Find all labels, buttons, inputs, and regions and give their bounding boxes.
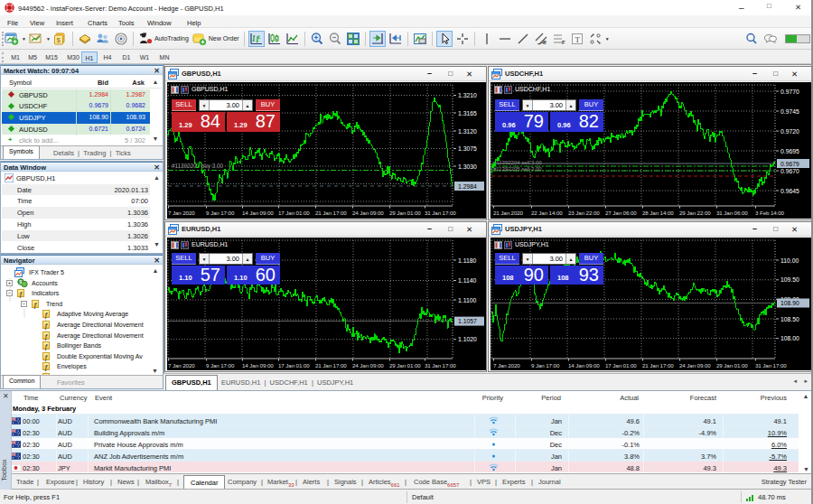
svg-text:1.3075: 1.3075 — [458, 145, 477, 152]
svg-text:108.50: 108.50 — [780, 316, 799, 322]
svg-text:108.00: 108.00 — [780, 335, 799, 341]
svg-text:1.3210: 1.3210 — [458, 92, 477, 98]
svg-text:22 Jan 14:00: 22 Jan 14:00 — [531, 210, 563, 216]
svg-text:E: E — [543, 40, 547, 45]
svg-text:1.3030: 1.3030 — [458, 163, 477, 170]
svg-text:14 Jan 09:00: 14 Jan 09:00 — [242, 210, 274, 216]
svg-text:17 Jan 01:00: 17 Jan 01:00 — [278, 210, 310, 216]
svg-text:$: $ — [19, 279, 22, 285]
svg-text:0.9695: 0.9695 — [780, 148, 799, 154]
svg-text:21 Jan 17:00: 21 Jan 17:00 — [315, 210, 347, 216]
svg-text:14 Jan 09:00: 14 Jan 09:00 — [242, 362, 274, 369]
svg-text:0.9679: 0.9679 — [780, 161, 799, 167]
svg-text:#11392204 sell 3.00: #11392204 sell 3.00 — [493, 160, 542, 165]
svg-text:109.50: 109.50 — [780, 276, 799, 283]
svg-text:24 Jan 09:00: 24 Jan 09:00 — [352, 362, 384, 369]
svg-text:0.9770: 0.9770 — [780, 89, 799, 95]
svg-text:31 Jan 17:00: 31 Jan 17:00 — [755, 362, 787, 369]
svg-text:0.9720: 0.9720 — [780, 128, 799, 135]
svg-text:3 Feb 14:00: 3 Feb 14:00 — [755, 210, 785, 216]
svg-text:1.1140: 1.1140 — [458, 277, 477, 284]
svg-text:0.9645: 0.9645 — [780, 188, 799, 194]
svg-text:F: F — [562, 40, 565, 45]
svg-text:21 Jan 2020: 21 Jan 2020 — [493, 210, 524, 216]
svg-text:1.3120: 1.3120 — [458, 128, 477, 135]
svg-text:29 Jan 22:00: 29 Jan 22:00 — [679, 210, 711, 216]
svg-text:#11392203 buy 3.00: #11392203 buy 3.00 — [172, 163, 223, 170]
svg-text:21 Jan 17:00: 21 Jan 17:00 — [642, 362, 674, 369]
svg-text:7 Jan 2020: 7 Jan 2020 — [493, 362, 520, 369]
svg-text:1.1180: 1.1180 — [458, 257, 477, 264]
svg-text:0.9670: 0.9670 — [780, 168, 799, 174]
svg-text:29 Jan 01:00: 29 Jan 01:00 — [389, 210, 421, 216]
svg-text:14 Jan 09:00: 14 Jan 09:00 — [568, 362, 600, 369]
svg-text:0.9745: 0.9745 — [780, 108, 799, 115]
svg-text:27 Jan 06:00: 27 Jan 06:00 — [605, 210, 637, 216]
svg-text:31 Jan 17:00: 31 Jan 17:00 — [425, 362, 456, 369]
svg-text:1: 1 — [257, 34, 261, 40]
svg-text:110.00: 110.00 — [780, 257, 799, 264]
svg-text:$: $ — [56, 36, 61, 44]
svg-text:23 Jan 22:00: 23 Jan 22:00 — [568, 210, 600, 216]
svg-text:29 Jan 01:00: 29 Jan 01:00 — [389, 362, 421, 369]
svg-text:1.1057: 1.1057 — [458, 318, 477, 324]
svg-text:24 Jan 09:00: 24 Jan 09:00 — [352, 210, 384, 216]
svg-text:#11392205 sell 3.00: #11392205 sell 3.00 — [493, 166, 542, 172]
svg-text:31 Jan 17:00: 31 Jan 17:00 — [425, 210, 456, 216]
svg-text:7 Jan 2020: 7 Jan 2020 — [168, 210, 195, 216]
svg-text:1.3165: 1.3165 — [458, 110, 477, 117]
svg-text:28 Jan 14:00: 28 Jan 14:00 — [642, 210, 674, 216]
svg-text:21 Jan 17:00: 21 Jan 17:00 — [315, 362, 347, 369]
svg-text:7 Jan 2020: 7 Jan 2020 — [168, 362, 195, 369]
svg-text:17 Jan 01:00: 17 Jan 01:00 — [605, 362, 637, 369]
svg-text:9 Jan 17:00: 9 Jan 17:00 — [531, 362, 560, 369]
svg-text:9 Jan 17:00: 9 Jan 17:00 — [206, 362, 235, 369]
svg-text:29 Jan 01:00: 29 Jan 01:00 — [716, 362, 748, 369]
svg-text:1.1100: 1.1100 — [458, 297, 477, 303]
svg-text:17 Jan 01:00: 17 Jan 01:00 — [278, 362, 310, 369]
svg-text:T: T — [575, 35, 580, 44]
svg-text:1.2984: 1.2984 — [458, 183, 477, 190]
svg-text:1.1020: 1.1020 — [458, 336, 477, 342]
svg-text:108.90: 108.90 — [780, 300, 799, 306]
svg-text:9 Jan 17:00: 9 Jan 17:00 — [206, 210, 235, 216]
svg-text:24 Jan 09:00: 24 Jan 09:00 — [679, 362, 711, 369]
svg-text:31 Jan 06:00: 31 Jan 06:00 — [716, 210, 748, 216]
